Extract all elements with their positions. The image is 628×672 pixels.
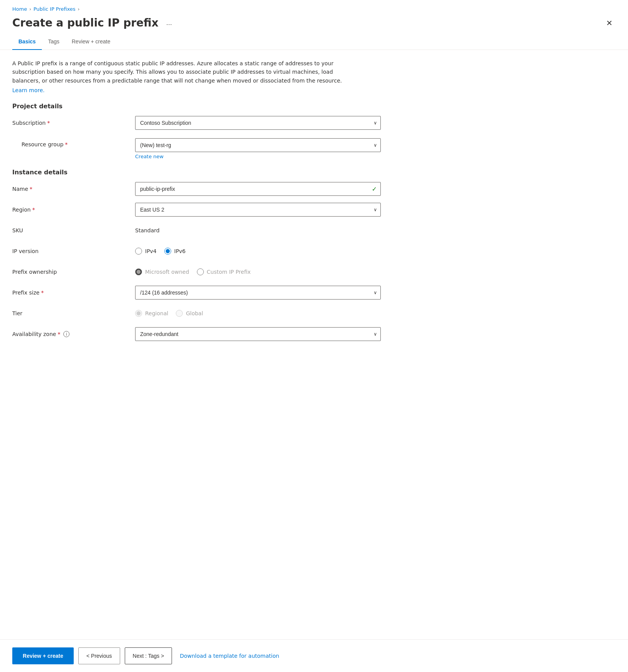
sku-value: Standard bbox=[135, 227, 381, 233]
ip-version-label: IP version bbox=[12, 248, 135, 254]
name-label: Name * bbox=[12, 186, 135, 192]
microsoft-owned-label[interactable]: Microsoft owned bbox=[145, 269, 189, 275]
region-select-wrapper: East US 2 ∨ bbox=[135, 203, 381, 217]
page-title: Create a public IP prefix bbox=[12, 17, 159, 29]
subscription-control: Contoso Subscription ∨ bbox=[135, 116, 381, 130]
region-control: East US 2 ∨ bbox=[135, 203, 381, 217]
subscription-select[interactable]: Contoso Subscription bbox=[135, 116, 381, 130]
description-text: A Public IP prefix is a range of contigu… bbox=[12, 59, 358, 85]
ipv6-radio[interactable] bbox=[164, 248, 171, 255]
tab-tags[interactable]: Tags bbox=[42, 35, 66, 50]
prefix-size-select[interactable]: /124 (16 addresses) bbox=[135, 286, 381, 300]
ellipsis-button[interactable]: ... bbox=[163, 17, 175, 28]
tier-radio-group: Regional Global bbox=[135, 310, 381, 317]
prefix-ownership-label: Prefix ownership bbox=[12, 269, 135, 275]
resource-group-select-wrapper: (New) test-rg ∨ bbox=[135, 138, 381, 152]
breadcrumb-home[interactable]: Home bbox=[12, 6, 27, 12]
resource-group-label-text: Resource group bbox=[21, 141, 63, 147]
header: Create a public IP prefix ... ✕ bbox=[0, 15, 628, 35]
previous-button[interactable]: < Previous bbox=[78, 647, 120, 664]
ipv6-label[interactable]: IPv6 bbox=[174, 248, 186, 254]
breadcrumb-parent[interactable]: Public IP Prefixes bbox=[33, 6, 75, 12]
next-button[interactable]: Next : Tags > bbox=[125, 647, 172, 664]
name-check-icon: ✓ bbox=[372, 185, 377, 193]
ip-version-row: IP version IPv4 IPv6 bbox=[12, 244, 616, 258]
breadcrumb: Home › Public IP Prefixes › bbox=[0, 0, 628, 15]
breadcrumb-sep-1: › bbox=[29, 7, 31, 12]
custom-ip-prefix-label[interactable]: Custom IP Prefix bbox=[207, 269, 251, 275]
availability-zone-info-icon[interactable]: i bbox=[63, 331, 69, 337]
learn-more-link[interactable]: Learn more. bbox=[12, 87, 45, 93]
subscription-required: * bbox=[47, 120, 50, 126]
ipv4-radio[interactable] bbox=[135, 248, 142, 255]
tier-global-option[interactable]: Global bbox=[176, 310, 203, 317]
custom-ip-prefix-radio[interactable] bbox=[197, 268, 204, 275]
section-project-details: Project details bbox=[12, 103, 616, 110]
breadcrumb-sep-2: › bbox=[78, 7, 80, 12]
microsoft-owned-radio[interactable] bbox=[135, 268, 142, 275]
tier-row: Tier Regional Global bbox=[12, 306, 616, 320]
download-template-link[interactable]: Download a template for automation bbox=[180, 653, 279, 659]
region-required: * bbox=[32, 207, 35, 213]
tabs-container: Basics Tags Review + create bbox=[0, 35, 628, 50]
region-select[interactable]: East US 2 bbox=[135, 203, 381, 217]
availability-zone-row: Availability zone * i Zone-redundant ∨ bbox=[12, 327, 616, 341]
ip-version-ipv6-option[interactable]: IPv6 bbox=[164, 248, 186, 255]
resource-group-row: Resource group * (New) test-rg ∨ Create … bbox=[12, 137, 616, 159]
name-input-wrapper: ✓ bbox=[135, 182, 381, 196]
prefix-size-required: * bbox=[41, 290, 44, 296]
region-label: Region * bbox=[12, 207, 135, 213]
name-required: * bbox=[30, 186, 32, 192]
prefix-ownership-row: Prefix ownership Microsoft owned Custom … bbox=[12, 265, 616, 279]
prefix-size-control: /124 (16 addresses) ∨ bbox=[135, 286, 381, 300]
prefix-size-select-wrapper: /124 (16 addresses) ∨ bbox=[135, 286, 381, 300]
tier-label: Tier bbox=[12, 310, 135, 316]
tier-control: Regional Global bbox=[135, 310, 381, 317]
resource-group-select[interactable]: (New) test-rg bbox=[135, 138, 381, 152]
tab-basics[interactable]: Basics bbox=[12, 35, 42, 50]
tier-regional-option[interactable]: Regional bbox=[135, 310, 168, 317]
availability-zone-control: Zone-redundant ∨ bbox=[135, 327, 381, 341]
subscription-select-wrapper: Contoso Subscription ∨ bbox=[135, 116, 381, 130]
create-new-link[interactable]: Create new bbox=[135, 154, 381, 159]
availability-zone-select-wrapper: Zone-redundant ∨ bbox=[135, 327, 381, 341]
name-input[interactable] bbox=[135, 182, 381, 196]
prefix-size-label: Prefix size * bbox=[12, 290, 135, 296]
prefix-ownership-radio-group: Microsoft owned Custom IP Prefix bbox=[135, 268, 381, 275]
section-instance-details: Instance details bbox=[12, 169, 616, 176]
sku-row: SKU Standard bbox=[12, 223, 616, 237]
availability-zone-label: Availability zone * i bbox=[12, 331, 135, 337]
name-control: ✓ bbox=[135, 182, 381, 196]
subscription-label: Subscription * bbox=[12, 120, 135, 126]
global-label[interactable]: Global bbox=[186, 310, 203, 316]
global-radio[interactable] bbox=[176, 310, 183, 317]
custom-ip-prefix-option[interactable]: Custom IP Prefix bbox=[197, 268, 251, 275]
availability-zone-select[interactable]: Zone-redundant bbox=[135, 327, 381, 341]
ip-version-control: IPv4 IPv6 bbox=[135, 248, 381, 255]
microsoft-owned-option[interactable]: Microsoft owned bbox=[135, 268, 189, 275]
ip-version-ipv4-option[interactable]: IPv4 bbox=[135, 248, 157, 255]
review-create-button[interactable]: Review + create bbox=[12, 647, 74, 664]
regional-label[interactable]: Regional bbox=[145, 310, 168, 316]
availability-zone-required: * bbox=[58, 331, 60, 337]
close-button[interactable]: ✕ bbox=[603, 17, 616, 29]
resource-group-required: * bbox=[65, 141, 68, 147]
header-left: Create a public IP prefix ... bbox=[12, 17, 175, 29]
regional-radio[interactable] bbox=[135, 310, 142, 317]
region-row: Region * East US 2 ∨ bbox=[12, 203, 616, 217]
name-row: Name * ✓ bbox=[12, 182, 616, 196]
prefix-size-row: Prefix size * /124 (16 addresses) ∨ bbox=[12, 286, 616, 300]
footer: Review + create < Previous Next : Tags >… bbox=[0, 639, 628, 672]
sku-label: SKU bbox=[12, 227, 135, 233]
tab-review-create[interactable]: Review + create bbox=[66, 35, 117, 50]
resource-group-label-wrapper: Resource group * bbox=[12, 138, 135, 147]
ipv4-label[interactable]: IPv4 bbox=[145, 248, 157, 254]
ip-version-radio-group: IPv4 IPv6 bbox=[135, 248, 381, 255]
main-content: A Public IP prefix is a range of contigu… bbox=[0, 59, 628, 494]
resource-group-control: (New) test-rg ∨ Create new bbox=[135, 138, 381, 159]
prefix-ownership-control: Microsoft owned Custom IP Prefix bbox=[135, 268, 381, 275]
subscription-row: Subscription * Contoso Subscription ∨ bbox=[12, 116, 616, 130]
